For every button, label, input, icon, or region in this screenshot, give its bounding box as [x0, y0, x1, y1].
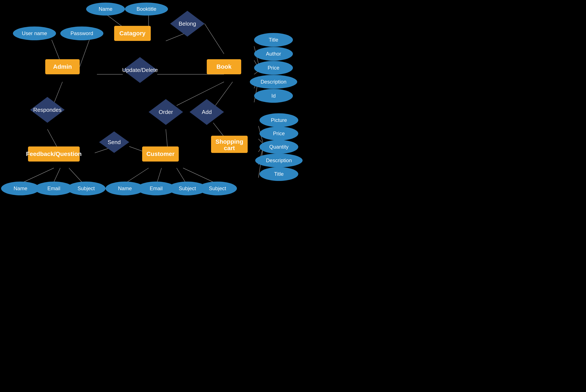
entity-shoppingcart-label: Shopping	[215, 138, 243, 145]
relation-order-label: Order	[159, 109, 173, 115]
relation-belong-label: Belong	[179, 20, 196, 27]
relation-send-label: Send	[108, 139, 121, 146]
attr-cust-email-label: Email	[150, 186, 162, 191]
relation-updatedelete-label: Update/Delete	[122, 67, 158, 73]
attr-cust-subject2-label: Subject	[209, 186, 226, 191]
svg-line-17	[215, 82, 232, 106]
entity-feedback-label: Feedback/Question	[26, 150, 82, 157]
er-diagram: Catagory Admin Book Shopping cart Feedba…	[0, 0, 586, 392]
attr-booktitle-label: Booktitle	[136, 6, 156, 12]
attr-fq-name-label: Name	[14, 186, 27, 191]
attr-cust-name-label: Name	[118, 186, 132, 191]
svg-line-26	[24, 168, 54, 182]
attr-sc-price-label: Price	[273, 130, 285, 136]
attr-sc-quantity-label: Quantity	[269, 144, 288, 150]
svg-line-18	[176, 82, 224, 106]
attr-fq-subject-label: Subject	[78, 186, 95, 191]
attr-sc-title-label: Title	[274, 171, 284, 177]
svg-line-3	[204, 24, 224, 54]
attr-book-title-label: Title	[269, 37, 278, 43]
attr-password-label: Password	[70, 30, 93, 36]
svg-line-30	[157, 168, 162, 182]
svg-line-31	[176, 168, 185, 182]
attr-book-price-label: Price	[268, 65, 280, 71]
attr-fq-email-label: Email	[48, 186, 60, 191]
entity-customer-label: Customer	[146, 150, 175, 157]
relation-add-label: Add	[202, 109, 212, 115]
attr-username-label: User name	[22, 30, 47, 36]
svg-line-5	[80, 40, 90, 67]
svg-line-32	[183, 168, 213, 182]
attr-book-id-label: Id	[271, 93, 276, 99]
attr-book-author-label: Author	[266, 51, 281, 57]
entity-shoppingcart-label2: cart	[224, 145, 235, 152]
attr-sc-picture-label: Picture	[271, 117, 287, 123]
attr-book-desc-label: Description	[260, 79, 286, 85]
attr-name-cat-label: Name	[99, 6, 112, 12]
entity-book-label: Book	[216, 63, 232, 70]
svg-line-29	[127, 168, 148, 182]
attr-cust-subject1-label: Subject	[179, 186, 196, 191]
svg-line-27	[54, 168, 60, 182]
svg-line-13	[54, 82, 62, 104]
attr-sc-desc-label: Description	[266, 158, 292, 163]
relation-respondes-label: Respondes	[33, 106, 62, 113]
svg-line-28	[69, 168, 82, 182]
entity-category-label: Catagory	[119, 30, 146, 36]
entity-admin-label: Admin	[53, 63, 72, 70]
